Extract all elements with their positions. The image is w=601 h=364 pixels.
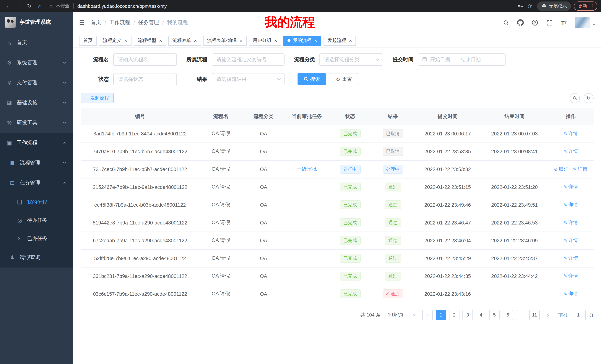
help-icon[interactable]: ? (531, 19, 539, 26)
collapse-sidebar-icon[interactable]: ☰ (79, 19, 85, 27)
select-placeholder: 请选择流程分类 (324, 56, 359, 63)
close-icon[interactable]: × (159, 38, 162, 43)
bookmark-star-icon[interactable]: ☆ (525, 1, 534, 10)
address-bar[interactable]: ⚠ 不安全 dashboard.yudao.iocoder.cn/bpm/tas… (49, 3, 515, 9)
goto-page-input[interactable] (571, 310, 586, 320)
next-page-button[interactable]: › (543, 310, 553, 320)
refresh-table-button[interactable]: ↻ (583, 93, 594, 103)
forward-icon[interactable]: → (14, 1, 24, 11)
prev-page-button[interactable]: ‹ (422, 310, 433, 320)
end-time: 2022-01-22 23:46:53 (491, 220, 538, 225)
tab-my-process[interactable]: 我的流程× (283, 35, 321, 46)
app-logo[interactable]: 芋道管理系统 (0, 12, 73, 33)
submit-time-range-picker[interactable]: 开始日期 - 结束日期 (418, 53, 506, 66)
parent-process-input[interactable] (212, 53, 285, 66)
detail-link[interactable]: ✎详情 (563, 184, 578, 190)
cancel-link[interactable]: ⊘取消 (554, 166, 569, 172)
tab-process-form-edit[interactable]: 流程表单-编辑× (203, 35, 247, 46)
page-button-5[interactable]: 5 (489, 310, 500, 320)
sidebar-item-leave-query[interactable]: ♟请假查询 (0, 248, 73, 268)
breadcrumb-item[interactable]: 首页 (91, 19, 101, 26)
current-task-link[interactable]: 一级审批 (297, 166, 317, 172)
create-process-button[interactable]: + 发起流程 (80, 93, 114, 103)
sidebar-item-devtools[interactable]: ⚒研发工具∨ (0, 113, 73, 133)
tab-start-process[interactable]: 发起流程× (323, 35, 356, 46)
sidebar-item-system[interactable]: ⚙系统管理∨ (0, 53, 73, 73)
toggle-search-button[interactable] (570, 93, 580, 103)
pager-ellipsis[interactable]: ··· (516, 310, 526, 320)
close-icon[interactable]: × (124, 38, 127, 43)
process-name: OA 请假 (211, 273, 230, 279)
devtools-icon: ⚒ (6, 119, 13, 126)
status-select[interactable]: 请选择状态 (113, 73, 177, 85)
security-label[interactable]: 不安全 (56, 3, 70, 9)
close-icon[interactable]: × (274, 38, 277, 43)
detail-link[interactable]: ✎详情 (563, 130, 578, 137)
reload-icon[interactable]: ↻ (25, 1, 34, 11)
cell-end-time: 2022-01-22 23:51:20 (481, 178, 548, 196)
process-id: 7317cec6-7b9b-11ec-b5b7-acde48001122 (93, 166, 187, 172)
fullscreen-icon[interactable] (546, 19, 553, 26)
sidebar-item-my-process[interactable]: ❑我的流程 (0, 193, 73, 211)
payment-icon: ¥ (6, 80, 13, 86)
sidebar-item-process-management[interactable]: ≣流程管理∨ (0, 153, 73, 173)
page-button-2[interactable]: 2 (449, 310, 460, 320)
breadcrumb-item[interactable]: 工作流程 (109, 19, 130, 26)
detail-link[interactable]: ✎详情 (563, 219, 578, 226)
detail-link[interactable]: ✎详情 (563, 201, 578, 208)
font-size-icon[interactable]: TT (560, 19, 568, 26)
home-icon[interactable]: ⌂ (35, 1, 45, 11)
page-size-select[interactable]: 10条/页 (384, 310, 419, 320)
breadcrumb-item[interactable]: 任务管理 (138, 19, 159, 26)
search-icon[interactable] (502, 19, 510, 26)
process-name-input[interactable] (113, 53, 177, 66)
tab-user-group[interactable]: 用户分组× (249, 35, 281, 46)
chevron-up-icon: ∧ (62, 141, 67, 145)
search-button[interactable]: 搜索 (298, 73, 326, 85)
close-icon[interactable]: × (240, 38, 242, 43)
sidebar-item-infrastructure[interactable]: ▦基础设施∨ (0, 93, 73, 113)
action-label: 详情 (568, 184, 578, 190)
page-button-1[interactable]: 1 (436, 310, 446, 320)
sidebar-item-todo-tasks[interactable]: ◎待办任务 (0, 211, 73, 229)
cell-current-task (285, 125, 329, 143)
reset-button[interactable]: ↻ 重置 (330, 73, 358, 85)
github-icon[interactable] (517, 19, 524, 26)
url-text[interactable]: dashboard.yudao.iocoder.cn/bpm/task/my (78, 3, 167, 9)
page-button-3[interactable]: 3 (462, 310, 473, 320)
detail-link[interactable]: ✎详情 (573, 166, 587, 172)
category-select[interactable]: 请选择流程分类 (320, 53, 383, 66)
detail-link[interactable]: ✎详情 (563, 148, 578, 155)
result-select[interactable]: 请选择流结果 (212, 73, 285, 85)
process-category: OA (260, 131, 267, 136)
tab-process-form[interactable]: 流程表单× (168, 35, 201, 46)
tab-process-model[interactable]: 流程模型× (133, 35, 166, 46)
tab-home[interactable]: 首页 (79, 35, 97, 46)
page-button-11[interactable]: 11 (529, 310, 540, 320)
close-icon[interactable]: × (349, 38, 352, 43)
avatar[interactable] (575, 17, 591, 28)
detail-link[interactable]: ✎详情 (563, 290, 578, 297)
back-icon[interactable]: ← (4, 1, 13, 11)
detail-link[interactable]: ✎详情 (563, 237, 578, 244)
page-button-4[interactable]: 4 (476, 310, 486, 320)
cell-submit-time: 2022-01-22 23:45:29 (414, 249, 481, 267)
chevron-down-icon[interactable]: ▾ (593, 22, 595, 28)
sidebar-item-payment[interactable]: ¥支付管理∨ (0, 73, 73, 93)
tab-process-definition[interactable]: 流程定义× (99, 35, 131, 46)
sidebar-item-home[interactable]: ⌂首页 (0, 33, 73, 53)
chevron-down-icon (170, 77, 173, 80)
close-icon[interactable]: × (314, 38, 317, 43)
browser-menu-icon[interactable]: ⋮ (590, 3, 595, 9)
sidebar-item-done-tasks[interactable]: ✂已办任务 (0, 229, 73, 248)
close-icon[interactable]: × (194, 38, 197, 43)
page-button-6[interactable]: 6 (502, 310, 513, 320)
cell-id: ec45f38f-7b9a-11ec-b03b-acde48001122 (80, 196, 200, 214)
detail-link[interactable]: ✎详情 (563, 273, 578, 279)
cell-actions: ✎详情 (548, 214, 594, 231)
password-key-icon[interactable] (516, 1, 524, 10)
detail-link[interactable]: ✎详情 (563, 255, 578, 262)
sidebar-item-workflow[interactable]: ▣工作流程∧ (0, 133, 73, 153)
update-button[interactable]: 更新 ⋮ (574, 1, 597, 10)
sidebar-item-task-management[interactable]: ⊟任务管理∧ (0, 173, 73, 193)
